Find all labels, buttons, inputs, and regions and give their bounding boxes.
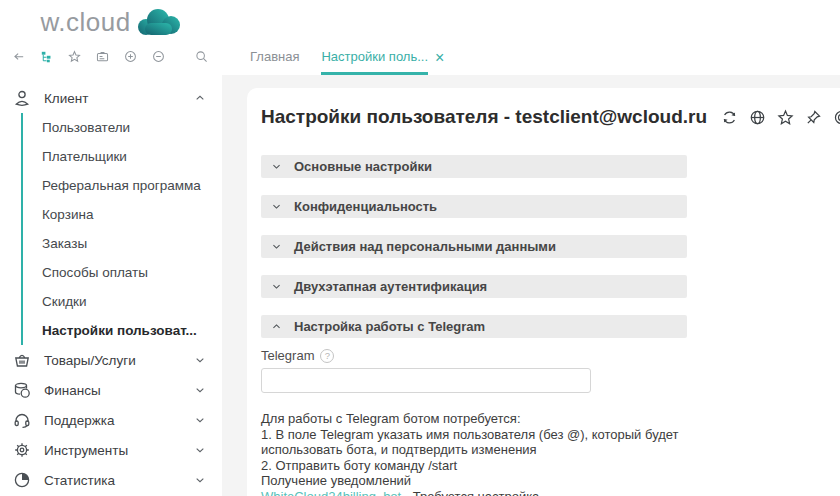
help-step2-line: 2. Отправить боту команду /start xyxy=(261,458,687,474)
accordion-label: Действия над персональными данными xyxy=(294,239,556,254)
help-icon[interactable]: ? xyxy=(320,349,334,363)
bot-link[interactable]: WhiteCloud24billing_bot xyxy=(261,489,401,496)
cloud-logo-icon xyxy=(136,8,182,38)
tab-close-icon[interactable]: × xyxy=(435,48,444,66)
page-title: Настройки пользователя - testclient@wclo… xyxy=(261,106,707,128)
star-icon[interactable] xyxy=(68,48,81,65)
sidebar-item-user-settings[interactable]: Настройки пользоват... xyxy=(42,316,222,345)
chevron-down-icon xyxy=(271,281,282,292)
search-icon[interactable] xyxy=(195,48,208,65)
chevron-down-icon xyxy=(271,241,282,252)
sidebar-item-discounts[interactable]: Скидки xyxy=(42,287,222,316)
sidebar-item-payers[interactable]: Плательщики xyxy=(42,142,222,171)
tab-bar: Главная Настройки поль... × xyxy=(222,38,444,75)
sidebar-item-orders[interactable]: Заказы xyxy=(42,229,222,258)
chevron-down-icon xyxy=(271,161,282,172)
accordion-personal-data-actions[interactable]: Действия над персональными данными xyxy=(261,235,687,258)
globe-icon[interactable] xyxy=(749,109,766,126)
settings-accordion: Основные настройки Конфиденциальность Де… xyxy=(261,155,687,496)
accordion-telegram-settings[interactable]: Настройка работы с Telegram xyxy=(261,315,687,338)
tasks-card-icon[interactable] xyxy=(96,48,109,65)
page-title-row: Настройки пользователя - testclient@wclo… xyxy=(261,106,840,128)
accordion-label: Двухэтапная аутентификация xyxy=(294,279,487,294)
tab-active-group: Настройки поль... × xyxy=(321,38,444,75)
tab-user-settings[interactable]: Настройки поль... xyxy=(321,38,428,75)
content-area: Настройки пользователя - testclient@wclo… xyxy=(222,75,840,496)
notifications-label: Получение уведомлений xyxy=(261,473,687,489)
tab-home[interactable]: Главная xyxy=(250,38,299,75)
gear-icon xyxy=(13,441,31,459)
sidebar-item-label: Финансы xyxy=(44,383,181,398)
sidebar-item-client[interactable]: Клиент xyxy=(0,83,222,113)
brand-logo-text: w.cloud xyxy=(40,7,130,38)
sidebar-item-products-services[interactable]: Товары/Услуги xyxy=(0,345,222,375)
accordion-label: Настройка работы с Telegram xyxy=(294,319,485,334)
sidebar-nav: Клиент Пользователи Плательщики Рефераль… xyxy=(0,75,222,496)
main-layout: Клиент Пользователи Плательщики Рефераль… xyxy=(0,75,840,496)
basket-icon xyxy=(13,351,31,369)
sidebar-item-cart[interactable]: Корзина xyxy=(42,200,222,229)
sidebar-item-label: Инструменты xyxy=(44,443,181,458)
sidebar-item-referral-program[interactable]: Реферальная программа xyxy=(42,171,222,200)
back-arrow-icon[interactable] xyxy=(12,48,25,65)
coins-icon xyxy=(13,381,31,399)
star-icon[interactable] xyxy=(777,109,794,126)
telegram-field-label-row: Telegram ? xyxy=(261,348,687,363)
sidebar-item-label: Товары/Услуги xyxy=(44,353,181,368)
help-step1-line: 1. В поле Telegram указать имя пользоват… xyxy=(261,427,687,458)
brand-logo[interactable]: w.cloud xyxy=(0,0,222,38)
bot-status-text: - Требуется настройка xyxy=(401,489,539,496)
telegram-input[interactable] xyxy=(261,368,591,393)
refresh-icon[interactable] xyxy=(721,109,738,126)
headset-icon xyxy=(13,411,31,429)
accordion-two-step-auth[interactable]: Двухэтапная аутентификация xyxy=(261,275,687,298)
accordion-privacy[interactable]: Конфиденциальность xyxy=(261,195,687,218)
chevron-down-icon xyxy=(194,474,206,486)
ring-icon[interactable] xyxy=(833,109,840,126)
sidebar-item-tools[interactable]: Инструменты xyxy=(0,435,222,465)
pie-chart-icon xyxy=(13,471,31,489)
page-title-actions xyxy=(721,109,840,126)
client-submenu: Пользователи Плательщики Реферальная про… xyxy=(21,113,222,345)
chevron-down-icon xyxy=(194,444,206,456)
accordion-label: Конфиденциальность xyxy=(294,199,437,214)
sidebar-item-finance[interactable]: Финансы xyxy=(0,375,222,405)
chevron-up-icon xyxy=(271,321,282,332)
chevron-down-icon xyxy=(194,384,206,396)
help-intro-line: Для работы с Telegram ботом потребуется: xyxy=(261,411,687,427)
chevron-up-icon xyxy=(194,92,206,104)
minus-circle-icon[interactable] xyxy=(152,48,165,65)
sidebar-item-support[interactable]: Поддержка xyxy=(0,405,222,435)
telegram-help-text: Для работы с Telegram ботом потребуется:… xyxy=(261,411,687,496)
sidebar-item-users[interactable]: Пользователи xyxy=(42,113,222,142)
telegram-section-body: Telegram ? Для работы с Telegram ботом п… xyxy=(261,348,687,496)
tree-menu-icon[interactable] xyxy=(40,48,53,65)
sidebar-item-label: Статистика xyxy=(44,473,181,488)
sidebar-item-label: Поддержка xyxy=(44,413,181,428)
chevron-down-icon xyxy=(271,201,282,212)
pin-icon[interactable] xyxy=(805,109,822,126)
toolbar-tab-row: Главная Настройки поль... × xyxy=(0,38,840,75)
accordion-basic-settings[interactable]: Основные настройки xyxy=(261,155,687,178)
chevron-down-icon xyxy=(194,354,206,366)
sidebar-toolbar xyxy=(0,38,222,75)
content-panel: Настройки пользователя - testclient@wclo… xyxy=(247,88,840,496)
sidebar-item-label: Клиент xyxy=(44,91,181,106)
sidebar-item-payment-methods[interactable]: Способы оплаты xyxy=(42,258,222,287)
chevron-down-icon xyxy=(194,414,206,426)
sidebar-item-statistics[interactable]: Статистика xyxy=(0,465,222,495)
client-person-icon xyxy=(13,89,31,107)
bot-status-line: WhiteCloud24billing_bot - Требуется наст… xyxy=(261,489,687,496)
accordion-label: Основные настройки xyxy=(294,159,432,174)
telegram-field-label: Telegram xyxy=(261,348,314,363)
top-bar: w.cloud xyxy=(0,0,840,38)
plus-circle-icon[interactable] xyxy=(124,48,137,65)
